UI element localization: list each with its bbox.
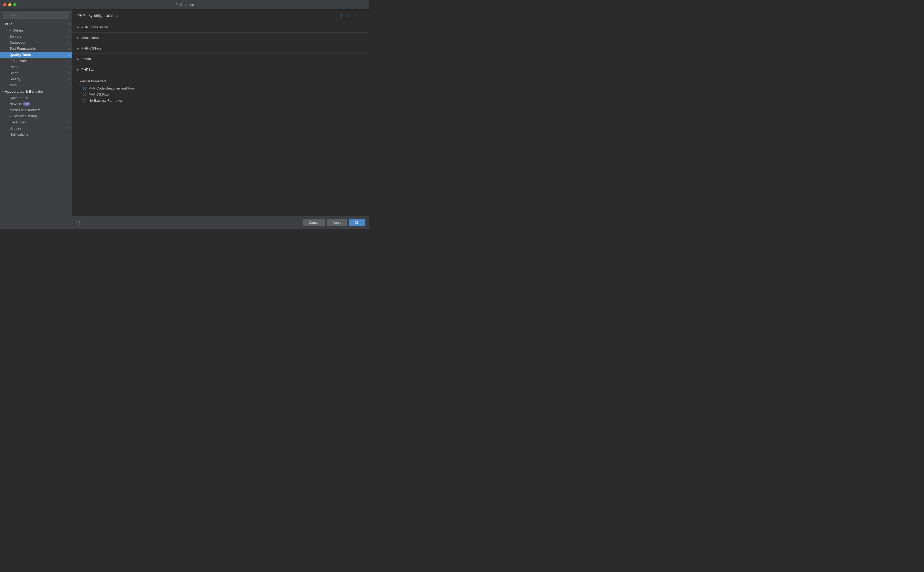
search-wrapper: ⌕ (3, 12, 69, 19)
expand-label-php-codesniffer: PHP_CodeSniffer (81, 25, 108, 29)
sidebar-item-notifications[interactable]: Notifications (0, 131, 72, 137)
sidebar-item-appearance[interactable]: Appearance (0, 95, 72, 101)
sidebar-item-test-frameworks[interactable]: Test Frameworks ⊟ (0, 45, 72, 51)
sidebar-item-servers-label: Servers (9, 34, 22, 39)
search-input[interactable] (3, 12, 69, 19)
help-button[interactable]: ? (76, 220, 82, 225)
sidebar-item-new-ui[interactable]: New UI Beta (0, 101, 72, 107)
sidebar-item-frameworks-label: Frameworks (9, 59, 29, 63)
settings-icon-composer: ⊟ (68, 41, 70, 44)
expand-header-php-codesniffer[interactable]: ▶ PHP_CodeSniffer (72, 22, 369, 32)
beta-badge: Beta (23, 102, 31, 106)
expand-label-php-cs-fixer: PHP CS Fixer (81, 46, 103, 50)
settings-icon-smarty: ⊟ (68, 78, 70, 81)
chevron-right-icon-psalm: ▶ (77, 58, 79, 61)
sidebar-item-system-settings[interactable]: ▶ System Settings (0, 113, 72, 119)
radio-input-no-formatter[interactable] (82, 99, 86, 103)
settings-icon-debug: ⊟ (68, 29, 70, 32)
breadcrumb-separator: › (87, 14, 88, 17)
sidebar-item-new-ui-label: New UI (9, 102, 21, 106)
sidebar-item-servers[interactable]: Servers ⊟ (0, 33, 72, 39)
sidebar-item-twig[interactable]: Twig ⊟ (0, 82, 72, 88)
radio-item-no-formatter[interactable]: No External Formatter (82, 98, 364, 103)
sidebar: ⌕ ▾ PHP ⊟ ▶ Debug ⊟ Servers ⊟ (0, 9, 72, 229)
sidebar-item-scopes[interactable]: Scopes ⊟ (0, 125, 72, 131)
sidebar-item-test-frameworks-label: Test Frameworks (9, 47, 36, 51)
chevron-right-icon-codesniffer: ▶ (77, 26, 79, 29)
sidebar-item-notifications-label: Notifications (9, 132, 28, 136)
back-button[interactable]: ← (353, 14, 357, 18)
sidebar-item-debug[interactable]: ▶ Debug ⊟ (0, 27, 72, 33)
settings-breadcrumb-icon: ⊟ (116, 14, 118, 17)
content-area: PHP › Quality Tools ⊟ Reset ← → ▶ PHP_Co… (72, 9, 369, 229)
breadcrumb-parent[interactable]: PHP (77, 14, 85, 18)
sidebar-section-appearance-label: Appearance & Behavior (5, 90, 44, 93)
sidebar-item-phing[interactable]: Phing ⊟ (0, 64, 72, 70)
settings-icon-quality-tools: ⊟ (68, 53, 70, 56)
sidebar-item-smarty[interactable]: Smarty ⊟ (0, 76, 72, 82)
sidebar-section-php[interactable]: ▾ PHP ⊟ (0, 21, 72, 27)
sidebar-item-menus-toolbars[interactable]: Menus and Toolbars (0, 107, 72, 113)
close-button[interactable] (3, 3, 6, 6)
reset-button[interactable]: Reset (341, 14, 350, 18)
sidebar-scroll: ▾ PHP ⊟ ▶ Debug ⊟ Servers ⊟ Composer ⊟ (0, 21, 72, 229)
maximize-button[interactable] (13, 3, 16, 6)
settings-icon-twig: ⊟ (68, 84, 70, 87)
cancel-button[interactable]: Cancel (303, 219, 325, 226)
sidebar-item-menus-toolbars-label: Menus and Toolbars (9, 108, 40, 112)
radio-input-cs-fixer[interactable] (82, 93, 86, 96)
sidebar-item-frameworks[interactable]: Frameworks ⊟ (0, 58, 72, 64)
chevron-right-icon: ▶ (9, 29, 11, 32)
expand-section-psalm: ▶ Psalm (72, 54, 369, 64)
sidebar-item-twig-label: Twig (9, 83, 17, 87)
expand-label-phpstan: PHPStan (81, 67, 95, 72)
expand-section-php-cs-fixer: ▶ PHP CS Fixer (72, 43, 369, 54)
ok-button[interactable]: OK (349, 219, 365, 226)
radio-item-beautifier[interactable]: PHP Code Beautifier and Fixer (82, 86, 364, 90)
sidebar-item-quality-tools-label: Quality Tools (9, 53, 31, 57)
sidebar-item-file-colors-label: File Colors (9, 120, 26, 124)
sidebar-item-blade-label: Blade (9, 71, 18, 75)
sidebar-item-composer-label: Composer (9, 40, 25, 45)
settings-icon-blade: ⊟ (68, 72, 70, 75)
settings-icon: ⊟ (68, 22, 70, 25)
sidebar-item-scopes-label: Scopes (9, 126, 21, 130)
bottom-bar: ? Cancel Apply OK (72, 216, 369, 229)
sidebar-section-appearance-behavior[interactable]: ▾ Appearance & Behavior (0, 88, 72, 95)
breadcrumb-current: Quality Tools (89, 13, 114, 18)
sidebar-item-debug-label: Debug (13, 28, 23, 32)
expand-header-phpstan[interactable]: ▶ PHPStan (72, 64, 369, 75)
content-body: ▶ PHP_CodeSniffer ▶ Mess Detector ▶ PHP … (72, 22, 369, 216)
chevron-right-icon-mess: ▶ (77, 37, 79, 39)
expand-section-phpstan: ▶ PHPStan (72, 64, 369, 75)
sidebar-item-smarty-label: Smarty (9, 77, 20, 81)
sidebar-item-composer[interactable]: Composer ⊟ (0, 39, 72, 45)
forward-button[interactable]: → (360, 14, 364, 18)
expand-header-php-cs-fixer[interactable]: ▶ PHP CS Fixer (72, 43, 369, 53)
settings-icon-file-colors: ⊟ (68, 121, 70, 124)
expand-section-mess-detector: ▶ Mess Detector (72, 33, 369, 43)
minimize-button[interactable] (8, 3, 11, 6)
radio-group: PHP Code Beautifier and Fixer PHP CS Fix… (77, 86, 364, 103)
expand-section-php-codesniffer: ▶ PHP_CodeSniffer (72, 22, 369, 33)
radio-label-beautifier: PHP Code Beautifier and Fixer (89, 86, 135, 90)
expand-header-mess-detector[interactable]: ▶ Mess Detector (72, 33, 369, 43)
settings-icon-phing: ⊟ (68, 65, 70, 68)
sidebar-section-php-label: PHP (5, 22, 12, 26)
expand-label-psalm: Psalm (81, 57, 91, 61)
title-bar: Preferences (0, 0, 369, 9)
radio-item-cs-fixer[interactable]: PHP CS Fixer (82, 92, 364, 96)
sidebar-item-appearance-label: Appearance (9, 96, 28, 100)
window-title: Preferences (175, 3, 194, 7)
sidebar-item-file-colors[interactable]: File Colors ⊟ (0, 119, 72, 125)
settings-icon-scopes: ⊟ (68, 127, 70, 130)
radio-input-beautifier[interactable] (82, 87, 86, 90)
radio-dot-beautifier (84, 88, 85, 89)
traffic-lights (3, 3, 16, 6)
sidebar-item-quality-tools[interactable]: Quality Tools ⊟ (0, 51, 72, 58)
settings-icon-servers: ⊟ (68, 35, 70, 38)
sidebar-item-blade[interactable]: Blade ⊟ (0, 70, 72, 76)
apply-button[interactable]: Apply (327, 219, 347, 226)
expand-header-psalm[interactable]: ▶ Psalm (72, 54, 369, 64)
formatters-section: External formatters PHP Code Beautifier … (72, 75, 369, 107)
